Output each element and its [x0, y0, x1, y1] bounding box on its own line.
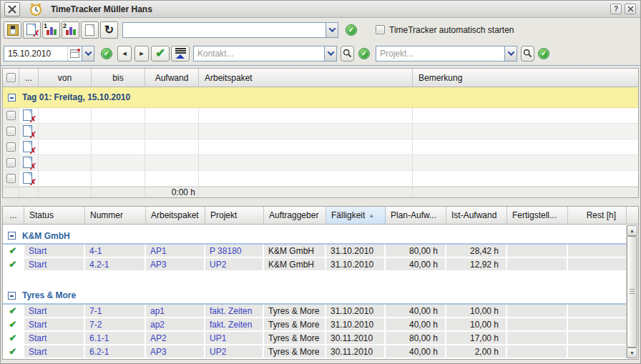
column-header-plan-aufwand[interactable]: Plan-Aufw... — [386, 207, 446, 224]
day-group-row[interactable]: Tag 01: Freitag, 15.10.2010 — [3, 87, 638, 108]
task-action-cell[interactable] — [3, 258, 24, 270]
row-checkbox[interactable] — [6, 127, 16, 136]
nummer-link[interactable]: 4-1 — [85, 245, 146, 257]
column-header-actions[interactable]: ... — [3, 207, 24, 224]
kontakt-apply-button[interactable] — [358, 48, 370, 59]
entry-cell-arbeitspaket[interactable] — [199, 124, 413, 139]
projekt-input[interactable]: Projekt... — [376, 46, 504, 61]
column-header-bis[interactable]: bis — [92, 69, 145, 87]
projekt-link[interactable]: UP2 — [205, 258, 264, 270]
entry-cell-bemerkung[interactable] — [413, 155, 638, 170]
column-header-aufwand[interactable]: Aufwand — [145, 69, 199, 87]
entry-cell-aufwand[interactable] — [145, 155, 199, 170]
arbeitspaket-link[interactable]: AP1 — [146, 245, 205, 257]
refresh-button[interactable]: ↻ — [100, 21, 118, 39]
entry-cell-bis[interactable] — [92, 108, 145, 123]
entry-cell-aufwand[interactable] — [145, 108, 199, 123]
entry-cell-von[interactable] — [39, 139, 92, 154]
date-dropdown[interactable] — [82, 46, 94, 61]
new-entry-button[interactable] — [81, 21, 99, 39]
delete-icon[interactable] — [23, 109, 34, 122]
projekt-link[interactable]: UP1 — [205, 332, 264, 344]
column-header-arbeitspaket[interactable]: Arbeitspaket — [146, 207, 205, 224]
entry-cell-bemerkung[interactable] — [413, 108, 638, 123]
date-field[interactable]: 15.10.2010 — [4, 46, 94, 62]
calendar-button[interactable] — [67, 46, 82, 61]
arbeitspaket-link[interactable]: ap1 — [146, 305, 205, 317]
projekt-link[interactable]: P 38180 — [205, 245, 264, 257]
column-header-rest[interactable]: Rest [h] — [568, 207, 627, 224]
task-apply-button[interactable] — [346, 24, 357, 36]
entry-cell-bemerkung[interactable] — [413, 171, 638, 186]
prev-day-button[interactable]: ◂ — [117, 46, 132, 62]
kontakt-input[interactable]: Kontakt... — [194, 46, 324, 61]
column-header-actions[interactable]: ... — [19, 69, 39, 87]
arbeitspaket-link[interactable]: ap2 — [146, 318, 205, 330]
entry-cell-aufwand[interactable] — [145, 124, 199, 139]
row-checkbox[interactable] — [6, 111, 16, 120]
task-action-cell[interactable] — [3, 318, 24, 330]
column-header-arbeitspaket[interactable]: Arbeitspaket — [199, 69, 413, 87]
column-header-status[interactable]: Status — [24, 207, 85, 224]
projekt-link[interactable]: fakt. Zeiten — [205, 305, 264, 317]
entry-cell-von[interactable] — [39, 155, 92, 170]
projekt-link[interactable]: fakt. Zeiten — [205, 318, 264, 330]
status-link[interactable]: Start — [24, 245, 85, 257]
collapse-all-button[interactable] — [171, 46, 190, 62]
scroll-down-button[interactable] — [627, 348, 637, 358]
projekt-link[interactable]: UP2 — [205, 345, 264, 358]
task-combobox[interactable] — [122, 22, 338, 38]
task-action-cell[interactable] — [3, 345, 24, 358]
status-link[interactable]: Start — [24, 332, 85, 344]
vertical-scrollbar[interactable] — [626, 225, 637, 358]
entry-cell-arbeitspaket[interactable] — [199, 108, 413, 123]
next-day-button[interactable]: ▸ — [134, 46, 149, 62]
task-action-cell[interactable] — [3, 305, 24, 317]
kontakt-combobox[interactable]: Kontakt... — [193, 46, 337, 62]
delete-icon[interactable] — [23, 172, 34, 185]
entry-cell-arbeitspaket[interactable] — [199, 171, 413, 186]
nummer-link[interactable]: 7-1 — [85, 305, 146, 317]
collapse-group-icon[interactable] — [8, 292, 16, 300]
select-all-checkbox[interactable] — [6, 73, 16, 82]
date-input[interactable]: 15.10.2010 — [4, 46, 67, 61]
scrollbar-thumb[interactable] — [627, 236, 637, 348]
row-checkbox[interactable] — [6, 158, 16, 167]
entry-cell-bis[interactable] — [92, 155, 145, 170]
entry-cell-aufwand[interactable] — [145, 171, 199, 186]
arbeitspaket-link[interactable]: AP3 — [146, 345, 205, 358]
entry-cell-aufwand[interactable] — [145, 139, 199, 154]
column-header-von[interactable]: von — [39, 69, 92, 87]
arbeitspaket-link[interactable]: AP2 — [146, 332, 205, 344]
autostart-checkbox[interactable] — [376, 25, 385, 34]
status-link[interactable]: Start — [24, 305, 85, 317]
task-combobox-value[interactable] — [123, 23, 326, 37]
entry-cell-bis[interactable] — [92, 171, 145, 186]
nummer-link[interactable]: 6.1-1 — [85, 332, 146, 344]
help-button[interactable]: ? — [610, 4, 622, 14]
entry-cell-arbeitspaket[interactable] — [199, 155, 413, 170]
projekt-search-button[interactable] — [521, 46, 534, 62]
close-panel-button[interactable] — [4, 2, 20, 16]
entry-cell-bemerkung[interactable] — [413, 139, 638, 154]
task-action-cell[interactable] — [3, 245, 24, 257]
column-header-nummer[interactable]: Nummer — [85, 207, 146, 224]
customer-group-row[interactable]: K&M GmbH — [3, 225, 627, 243]
delete-icon[interactable] — [23, 157, 34, 169]
collapse-group-icon[interactable] — [8, 232, 16, 240]
arbeitspaket-link[interactable]: AP3 — [146, 258, 205, 270]
task-combobox-dropdown[interactable] — [326, 23, 338, 37]
row-checkbox[interactable] — [6, 142, 16, 152]
entry-cell-arbeitspaket[interactable] — [199, 139, 413, 154]
column-header-fertigstellung[interactable]: Fertigstell... — [507, 207, 568, 224]
status-link[interactable]: Start — [24, 258, 85, 270]
column-header-projekt[interactable]: Projekt — [205, 207, 264, 224]
row-checkbox[interactable] — [6, 174, 16, 183]
status-link[interactable]: Start — [24, 318, 85, 330]
kontakt-search-button[interactable] — [341, 46, 354, 62]
projekt-apply-button[interactable] — [538, 48, 549, 59]
kontakt-dropdown[interactable] — [324, 46, 336, 61]
projekt-combobox[interactable]: Projekt... — [376, 46, 517, 62]
close-window-button[interactable] — [625, 4, 636, 14]
column-header-ist-aufwand[interactable]: Ist-Aufwand — [446, 207, 507, 224]
